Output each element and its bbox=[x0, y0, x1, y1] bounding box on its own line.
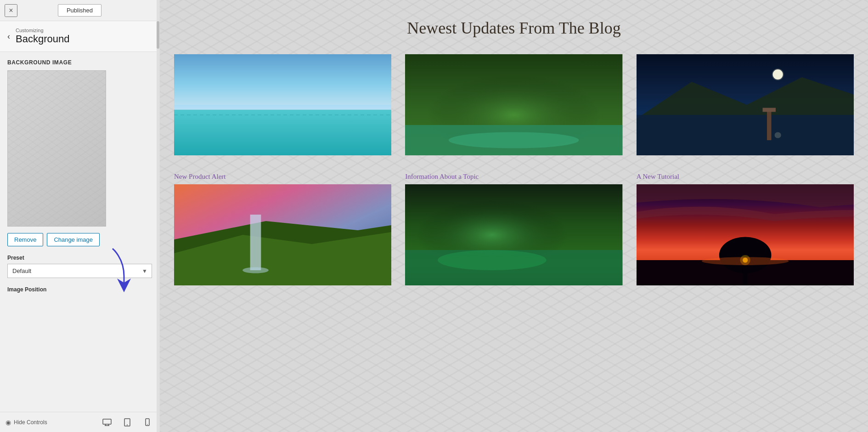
circle-icon: ◉ bbox=[6, 419, 11, 426]
svg-rect-39 bbox=[743, 265, 747, 285]
post-image-4 bbox=[174, 184, 391, 285]
svg-point-12 bbox=[218, 66, 261, 72]
svg-rect-23 bbox=[637, 115, 854, 155]
post-image-2 bbox=[405, 54, 622, 155]
svg-rect-8 bbox=[174, 54, 391, 110]
back-arrow-icon[interactable]: ‹ bbox=[7, 32, 10, 41]
published-button[interactable]: Published bbox=[58, 4, 101, 17]
post-image-6 bbox=[637, 184, 854, 285]
svg-point-26 bbox=[774, 132, 781, 138]
svg-point-42 bbox=[702, 257, 789, 265]
svg-point-5 bbox=[127, 424, 128, 425]
blog-post-5: Information About a Topic bbox=[405, 173, 622, 285]
preview-area: Newest Updates From The Blog bbox=[160, 0, 868, 432]
blog-grid: New Product Alert bbox=[174, 54, 854, 285]
top-bar: × Published bbox=[0, 0, 159, 21]
blog-post-4: New Product Alert bbox=[174, 173, 391, 285]
bg-image-preview bbox=[7, 70, 106, 227]
bg-image-label: Background Image bbox=[7, 59, 152, 66]
post-image-3 bbox=[637, 54, 854, 155]
change-image-button[interactable]: Change image bbox=[47, 233, 100, 246]
close-button[interactable]: × bbox=[5, 4, 17, 17]
post-image-1 bbox=[174, 54, 391, 155]
post-image-5 bbox=[405, 184, 622, 285]
post-link-1[interactable]: New Product Alert bbox=[174, 173, 391, 181]
hide-controls-button[interactable]: ◉ Hide Controls bbox=[6, 419, 93, 426]
bottom-controls: ◉ Hide Controls bbox=[0, 412, 159, 432]
svg-point-11 bbox=[341, 69, 376, 75]
svg-rect-0 bbox=[103, 419, 111, 424]
svg-rect-25 bbox=[762, 108, 775, 112]
panel-content: Background Image Remove Change image Pre… bbox=[0, 52, 159, 412]
customizer-panel: × Published ‹ Customizing Background Bac… bbox=[0, 0, 160, 432]
desktop-view-button[interactable] bbox=[101, 416, 113, 429]
svg-rect-9 bbox=[174, 110, 391, 155]
blog-post-6: A New Tutorial bbox=[637, 173, 854, 285]
preset-select[interactable]: Default Fill Screen Fit to Screen Repeat… bbox=[7, 264, 152, 278]
svg-rect-30 bbox=[250, 215, 261, 270]
svg-point-31 bbox=[242, 267, 269, 273]
customizing-label: Customizing bbox=[16, 28, 69, 33]
svg-rect-24 bbox=[767, 110, 771, 140]
blog-post-3 bbox=[637, 54, 854, 160]
post-link-2[interactable]: Information About a Topic bbox=[405, 173, 622, 181]
svg-point-35 bbox=[438, 250, 547, 270]
hide-controls-label: Hide Controls bbox=[14, 419, 47, 426]
image-buttons: Remove Change image bbox=[7, 233, 152, 246]
post-link-3[interactable]: A New Tutorial bbox=[637, 173, 854, 181]
mobile-view-button[interactable] bbox=[141, 416, 154, 429]
blog-title: Newest Updates From The Blog bbox=[407, 18, 620, 38]
section-header: ‹ Customizing Background bbox=[0, 21, 159, 52]
blog-post-1 bbox=[174, 54, 391, 160]
section-title-wrap: Customizing Background bbox=[16, 28, 69, 45]
panel-scroll-thumb[interactable] bbox=[157, 21, 159, 49]
bg-image-inner bbox=[8, 71, 106, 226]
tablet-view-button[interactable] bbox=[121, 416, 134, 429]
panel-scrollbar[interactable] bbox=[157, 0, 159, 432]
svg-point-21 bbox=[772, 68, 783, 80]
section-title: Background bbox=[16, 33, 69, 45]
svg-point-10 bbox=[322, 70, 374, 79]
remove-button[interactable]: Remove bbox=[7, 233, 43, 246]
svg-point-7 bbox=[147, 424, 148, 425]
blog-post-2 bbox=[405, 54, 622, 160]
image-position-label: Image Position bbox=[7, 286, 152, 293]
svg-point-18 bbox=[449, 132, 579, 148]
preset-label: Preset bbox=[7, 255, 152, 261]
preset-select-wrap: Default Fill Screen Fit to Screen Repeat… bbox=[7, 264, 152, 278]
